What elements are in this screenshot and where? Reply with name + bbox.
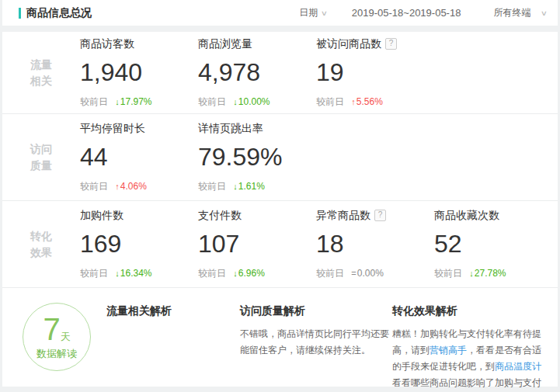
delta-caption: 较前日 (80, 181, 108, 192)
delta-caption: 较前日 (434, 268, 462, 279)
up-arrow-icon: ↑ (115, 182, 120, 191)
metric-label: 平均停留时长 (80, 122, 145, 134)
delta-value: =0.00% (351, 268, 383, 279)
insights-badge: 7天 数据解读 (23, 303, 91, 371)
delta-value: ↓6.96% (233, 268, 265, 279)
delta-value: ↑5.56% (351, 96, 383, 107)
metric-row-traffic: 流量相关 商品访客数 1,940 较前日 ↓17.97% 商品浏览量 4,978… (2, 32, 558, 114)
overview-card: 流量相关 商品访客数 1,940 较前日 ↓17.97% 商品浏览量 4,978… (2, 32, 558, 387)
delta-caption: 较前日 (198, 268, 226, 279)
badge-caption: 数据解读 (37, 347, 77, 361)
delta-caption: 较前日 (80, 268, 108, 279)
metric-value: 4,978 (198, 58, 316, 87)
terminal-filter-dropdown[interactable]: 所有终端 ∨ (493, 6, 547, 19)
insight-title: 访问质量解析 (240, 304, 392, 318)
insights-section: 7天 数据解读 流量相关解析 访问质量解析 不错哦，商品详情页比同行平均还要能留… (2, 288, 558, 387)
delta-value: ↓16.34% (115, 268, 151, 279)
title-accent-bar (19, 8, 21, 19)
metric-value: 18 (316, 230, 434, 258)
metric-label: 商品收藏次数 (434, 209, 499, 221)
metric-value: 44 (80, 143, 198, 172)
terminal-filter-label: 所有终端 (493, 6, 530, 19)
down-arrow-icon: ↓ (469, 269, 474, 278)
help-icon[interactable]: ? (385, 38, 397, 50)
metric-value: 107 (198, 230, 316, 258)
metric-label: 商品访客数 (80, 37, 134, 50)
down-arrow-icon: ↓ (115, 269, 120, 278)
page-frame: 商品信息总况 日期 ∨ 2019-05-18~2019-05-18 所有终端 ∨… (0, 0, 560, 387)
metric-value: 79.59% (198, 143, 316, 172)
header-bar: 商品信息总况 日期 ∨ 2019-05-18~2019-05-18 所有终端 ∨ (2, 0, 558, 26)
insight-body: 糟糕！加购转化与支付转化率有待提高，请到营销高手，看看是否有合适的手段来促进转化… (392, 326, 544, 392)
delta-caption: 较前日 (198, 96, 226, 107)
badge-days-unit: 天 (61, 331, 71, 342)
metric-card: 支付件数 107 较前日 ↓6.96% (198, 209, 316, 280)
date-filter-dropdown[interactable]: 日期 ∨ (299, 6, 327, 19)
metric-card: 异常商品数? 18 较前日 =0.00% (316, 209, 434, 280)
metric-group-label: 访问质量 (2, 141, 54, 173)
up-arrow-icon: ↑ (351, 97, 356, 106)
metric-card: 被访问商品数? 19 较前日 ↑5.56% (316, 37, 434, 109)
metric-label: 被访问商品数 (316, 37, 381, 50)
date-range-display[interactable]: 2019-05-18~2019-05-18 (352, 7, 461, 19)
metric-card: 商品访客数 1,940 较前日 ↓17.97% (80, 37, 198, 109)
delta-value: ↓27.78% (469, 268, 506, 279)
down-arrow-icon: ↓ (233, 182, 238, 191)
insight-column-traffic: 流量相关解析 (106, 301, 240, 387)
down-arrow-icon: ↓ (233, 269, 238, 278)
badge-days-number: 7 (43, 312, 60, 346)
page-title: 商品信息总况 (26, 6, 92, 20)
metric-row-quality: 访问质量 平均停留时长 44 较前日 ↑4.06% 详情页跳出率 79.59% … (2, 114, 558, 201)
metric-value: 52 (434, 230, 552, 258)
insight-column-quality: 访问质量解析 不错哦，商品详情页比同行平均还要能留住客户，请继续保持关注。 (240, 301, 392, 387)
metric-value: 19 (316, 58, 434, 87)
chevron-down-icon: ∨ (321, 9, 328, 17)
delta-caption: 较前日 (316, 268, 344, 279)
chevron-down-icon: ∨ (541, 9, 548, 17)
insight-column-conversion: 转化效果解析 糟糕！加购转化与支付转化率有待提高，请到营销高手，看看是否有合适的… (392, 301, 547, 387)
metric-value: 1,940 (80, 58, 198, 87)
help-icon[interactable]: ? (374, 210, 386, 221)
product-thermometer-link[interactable]: 商品温度计 (495, 361, 541, 372)
metric-value: 169 (80, 230, 198, 258)
date-filter-label: 日期 (299, 6, 318, 19)
insight-title: 转化效果解析 (392, 304, 544, 318)
metric-card: 商品浏览量 4,978 较前日 ↓10.00% (198, 37, 316, 109)
metric-card: 商品收藏次数 52 较前日 ↓27.78% (434, 209, 552, 280)
header-controls: 日期 ∨ 2019-05-18~2019-05-18 所有终端 ∨ (299, 6, 558, 19)
delta-value: ↓10.00% (233, 96, 270, 107)
metric-row-conversion: 转化效果 加购件数 169 较前日 ↓16.34% 支付件数 107 较前日 ↓… (2, 201, 558, 288)
delta-caption: 较前日 (80, 96, 108, 107)
marketing-master-link[interactable]: 营销高手 (430, 345, 467, 356)
down-arrow-icon: ↓ (115, 97, 120, 106)
metric-label: 商品浏览量 (198, 37, 252, 50)
metric-group-label: 转化效果 (2, 228, 54, 260)
metric-card: 平均停留时长 44 较前日 ↑4.06% (80, 122, 198, 193)
metric-label: 详情页跳出率 (198, 122, 263, 134)
delta-value: ↓17.97% (115, 96, 151, 107)
delta-caption: 较前日 (198, 181, 226, 192)
metric-group-label: 流量相关 (2, 57, 54, 88)
metric-label: 加购件数 (80, 209, 123, 221)
down-arrow-icon: ↓ (233, 97, 238, 106)
delta-value: ↑4.06% (115, 181, 147, 192)
metric-card: 加购件数 169 较前日 ↓16.34% (80, 209, 198, 280)
metric-card: 详情页跳出率 79.59% 较前日 ↓1.61% (198, 122, 316, 193)
equals-icon: = (351, 269, 356, 278)
insight-title: 流量相关解析 (106, 304, 240, 318)
metric-label: 支付件数 (198, 209, 242, 221)
metric-label: 异常商品数 (316, 209, 370, 221)
delta-value: ↓1.61% (233, 181, 265, 192)
delta-caption: 较前日 (316, 96, 344, 107)
insight-body: 不错哦，商品详情页比同行平均还要能留住客户，请继续保持关注。 (240, 326, 392, 359)
